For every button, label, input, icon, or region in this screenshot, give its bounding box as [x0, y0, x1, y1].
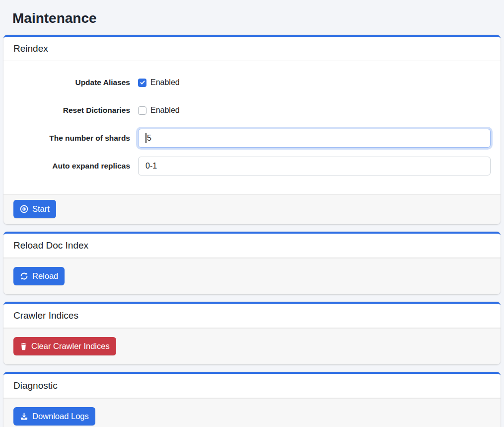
update-aliases-check-cell: Enabled — [138, 78, 491, 87]
reload-doc-index-card-header: Reload Doc Index — [3, 234, 501, 258]
diagnostic-card-footer: Download Logs — [3, 398, 501, 427]
reload-button[interactable]: Reload — [13, 267, 65, 285]
auto-expand-replicas-input[interactable] — [138, 157, 491, 175]
arrow-circle-right-icon — [20, 205, 28, 213]
diagnostic-card: Diagnostic Download Logs — [3, 372, 501, 427]
text-caret — [145, 133, 146, 143]
reset-dictionaries-checkbox[interactable] — [138, 106, 146, 115]
reset-dictionaries-checkbox-label[interactable]: Enabled — [150, 106, 180, 115]
reset-dictionaries-check-cell: Enabled — [138, 106, 491, 115]
number-of-shards-label: The number of shards — [13, 134, 130, 143]
reload-doc-index-card-footer: Reload — [3, 258, 501, 294]
update-aliases-row: Update Aliases Enabled — [13, 73, 491, 92]
start-button-label: Start — [32, 204, 50, 214]
reindex-card-body: Update Aliases Enabled Reset Dictionarie… — [3, 61, 501, 194]
download-logs-button[interactable]: Download Logs — [13, 407, 95, 426]
reindex-card: Reindex Update Aliases Enabled Reset Dic… — [3, 35, 501, 224]
auto-expand-replicas-input-wrap — [138, 157, 491, 175]
checkmark-icon — [140, 80, 145, 85]
sync-icon — [20, 272, 28, 280]
diagnostic-card-header: Diagnostic — [3, 374, 501, 398]
trash-icon — [20, 342, 27, 350]
update-aliases-checkbox[interactable] — [138, 79, 146, 87]
download-icon — [20, 412, 28, 421]
reset-dictionaries-row: Reset Dictionaries Enabled — [13, 101, 491, 120]
start-button[interactable]: Start — [13, 200, 56, 218]
clear-crawler-indices-button[interactable]: Clear Crawler Indices — [13, 337, 116, 355]
update-aliases-checkbox-label[interactable]: Enabled — [150, 78, 180, 87]
number-of-shards-input[interactable] — [138, 129, 491, 148]
reload-doc-index-card: Reload Doc Index Reload — [3, 232, 501, 294]
auto-expand-replicas-label: Auto expand replicas — [13, 162, 130, 171]
reindex-card-header: Reindex — [3, 37, 501, 61]
crawler-indices-card-footer: Clear Crawler Indices — [3, 328, 501, 364]
download-logs-button-label: Download Logs — [32, 412, 89, 421]
reload-button-label: Reload — [32, 271, 58, 281]
crawler-indices-card-header: Crawler Indices — [3, 304, 501, 328]
number-of-shards-input-wrap — [138, 129, 491, 148]
page-title: Maintenance — [12, 10, 492, 27]
clear-crawler-indices-button-label: Clear Crawler Indices — [31, 342, 110, 351]
update-aliases-label: Update Aliases — [13, 78, 130, 87]
crawler-indices-card: Crawler Indices Clear Crawler Indices — [3, 302, 501, 364]
auto-expand-replicas-row: Auto expand replicas — [13, 157, 491, 175]
reindex-card-footer: Start — [3, 194, 501, 224]
number-of-shards-row: The number of shards — [13, 129, 491, 148]
content-header: Maintenance — [0, 0, 504, 35]
reset-dictionaries-label: Reset Dictionaries — [13, 106, 130, 115]
